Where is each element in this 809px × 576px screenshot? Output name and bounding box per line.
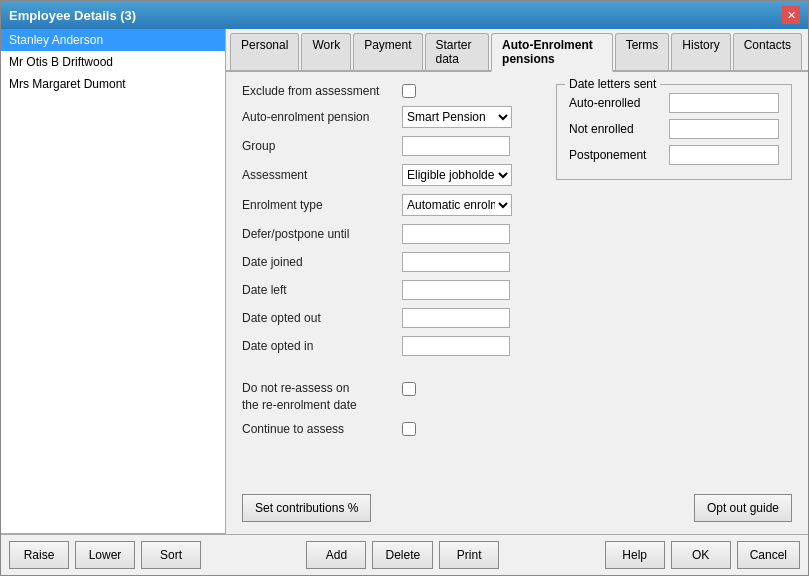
date-letters-legend: Date letters sent bbox=[565, 77, 660, 91]
title-bar: Employee Details (3) ✕ bbox=[1, 1, 808, 29]
opt-out-guide-button[interactable]: Opt out guide bbox=[694, 494, 792, 522]
right-panel: Personal Work Payment Starter data Auto-… bbox=[226, 29, 808, 534]
date-opted-out-label: Date opted out bbox=[242, 311, 402, 325]
main-content: Stanley Anderson Mr Otis B Driftwood Mrs… bbox=[1, 29, 808, 534]
employee-name-1: Mr Otis B Driftwood bbox=[9, 55, 113, 69]
defer-input[interactable] bbox=[402, 224, 510, 244]
main-window: Employee Details (3) ✕ Stanley Anderson … bbox=[0, 0, 809, 576]
defer-label: Defer/postpone until bbox=[242, 227, 402, 241]
lower-button[interactable]: Lower bbox=[75, 541, 135, 569]
not-enrolled-row: Not enrolled bbox=[569, 119, 779, 139]
auto-enrolled-label: Auto-enrolled bbox=[569, 96, 669, 110]
date-joined-row: Date joined bbox=[242, 252, 536, 272]
employee-name-2: Mrs Margaret Dumont bbox=[9, 77, 126, 91]
employee-name-0: Stanley Anderson bbox=[9, 33, 103, 47]
auto-pension-label: Auto-enrolment pension bbox=[242, 110, 402, 124]
close-button[interactable]: ✕ bbox=[782, 6, 800, 24]
action-area: Set contributions % Opt out guide bbox=[242, 486, 792, 522]
do-not-reassess-row: Do not re-assess on the re-enrolment dat… bbox=[242, 380, 792, 414]
date-joined-label: Date joined bbox=[242, 255, 402, 269]
tab-starter[interactable]: Starter data bbox=[425, 33, 490, 70]
date-left-input[interactable] bbox=[402, 280, 510, 300]
form-container: Exclude from assessment Auto-enrolment p… bbox=[242, 84, 792, 522]
ok-button[interactable]: OK bbox=[671, 541, 731, 569]
tab-auto-enrolment[interactable]: Auto-Enrolment pensions bbox=[491, 33, 613, 72]
delete-button[interactable]: Delete bbox=[372, 541, 433, 569]
enrolment-type-select[interactable]: Automatic enrolmer Opt in Contractual bbox=[402, 194, 512, 216]
tab-bar: Personal Work Payment Starter data Auto-… bbox=[226, 29, 808, 72]
raise-button[interactable]: Raise bbox=[9, 541, 69, 569]
bottom-bar: Raise Lower Sort Add Delete Print Help O… bbox=[1, 534, 808, 575]
cancel-button[interactable]: Cancel bbox=[737, 541, 800, 569]
flex-spacer bbox=[242, 444, 792, 486]
group-row: Group bbox=[242, 136, 536, 156]
employee-item-2[interactable]: Mrs Margaret Dumont bbox=[1, 73, 225, 95]
do-not-reassess-checkbox[interactable] bbox=[402, 382, 416, 396]
continue-assess-label: Continue to assess bbox=[242, 422, 402, 436]
date-letters-box: Date letters sent Auto-enrolled Not enro… bbox=[556, 84, 792, 180]
employee-item-0[interactable]: Stanley Anderson bbox=[1, 29, 225, 51]
auto-pension-select[interactable]: Smart Pension Other Pension bbox=[402, 106, 512, 128]
print-button[interactable]: Print bbox=[439, 541, 499, 569]
group-label: Group bbox=[242, 139, 402, 153]
continue-assess-checkbox[interactable] bbox=[402, 422, 416, 436]
postponement-row: Postponement bbox=[569, 145, 779, 165]
bottom-spacer bbox=[207, 541, 300, 569]
postponement-input[interactable] bbox=[669, 145, 779, 165]
postponement-label: Postponement bbox=[569, 148, 669, 162]
assessment-row: Assessment Eligible jobholder Non-eligib… bbox=[242, 164, 536, 186]
not-enrolled-label: Not enrolled bbox=[569, 122, 669, 136]
auto-enrolled-input[interactable] bbox=[669, 93, 779, 113]
date-opted-out-input[interactable] bbox=[402, 308, 510, 328]
enrolment-type-row: Enrolment type Automatic enrolmer Opt in… bbox=[242, 194, 536, 216]
employee-list: Stanley Anderson Mr Otis B Driftwood Mrs… bbox=[1, 29, 226, 534]
spacer-1 bbox=[242, 364, 792, 380]
exclude-checkbox[interactable] bbox=[402, 84, 416, 98]
do-not-reassess-label: Do not re-assess on the re-enrolment dat… bbox=[242, 380, 402, 414]
defer-row: Defer/postpone until bbox=[242, 224, 536, 244]
sort-button[interactable]: Sort bbox=[141, 541, 201, 569]
top-section: Exclude from assessment Auto-enrolment p… bbox=[242, 84, 792, 364]
help-button[interactable]: Help bbox=[605, 541, 665, 569]
tab-personal[interactable]: Personal bbox=[230, 33, 299, 70]
employee-item-1[interactable]: Mr Otis B Driftwood bbox=[1, 51, 225, 73]
auto-enrolled-row: Auto-enrolled bbox=[569, 93, 779, 113]
left-form: Exclude from assessment Auto-enrolment p… bbox=[242, 84, 536, 364]
tab-work[interactable]: Work bbox=[301, 33, 351, 70]
enrolment-type-label: Enrolment type bbox=[242, 198, 402, 212]
date-joined-input[interactable] bbox=[402, 252, 510, 272]
continue-assess-row: Continue to assess bbox=[242, 422, 792, 436]
tab-terms[interactable]: Terms bbox=[615, 33, 670, 70]
date-opted-in-label: Date opted in bbox=[242, 339, 402, 353]
date-opted-out-row: Date opted out bbox=[242, 308, 536, 328]
add-button[interactable]: Add bbox=[306, 541, 366, 569]
set-contributions-button[interactable]: Set contributions % bbox=[242, 494, 371, 522]
date-opted-in-row: Date opted in bbox=[242, 336, 536, 356]
not-enrolled-input[interactable] bbox=[669, 119, 779, 139]
group-input[interactable] bbox=[402, 136, 510, 156]
exclude-label: Exclude from assessment bbox=[242, 84, 402, 98]
window-title: Employee Details (3) bbox=[9, 8, 136, 23]
assessment-select[interactable]: Eligible jobholder Non-eligible Entitled… bbox=[402, 164, 512, 186]
tab-contacts[interactable]: Contacts bbox=[733, 33, 802, 70]
auto-pension-row: Auto-enrolment pension Smart Pension Oth… bbox=[242, 106, 536, 128]
bottom-spacer-2 bbox=[505, 541, 598, 569]
tab-history[interactable]: History bbox=[671, 33, 730, 70]
tab-payment[interactable]: Payment bbox=[353, 33, 422, 70]
date-left-label: Date left bbox=[242, 283, 402, 297]
assessment-label: Assessment bbox=[242, 168, 402, 182]
date-left-row: Date left bbox=[242, 280, 536, 300]
exclude-row: Exclude from assessment bbox=[242, 84, 536, 98]
date-opted-in-input[interactable] bbox=[402, 336, 510, 356]
tab-content-auto: Exclude from assessment Auto-enrolment p… bbox=[226, 72, 808, 534]
